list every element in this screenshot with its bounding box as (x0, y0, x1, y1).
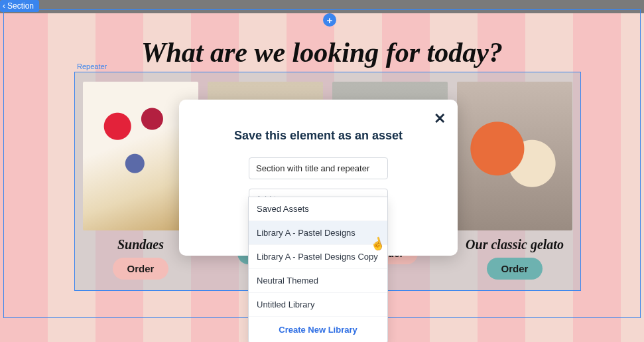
asset-name-input[interactable] (249, 157, 388, 179)
chevron-left-icon: ‹ (3, 1, 5, 11)
section-tab[interactable]: ‹ Section (0, 0, 39, 12)
plus-icon: + (327, 15, 333, 26)
dropdown-option[interactable]: Library A - Pastel Designs (249, 221, 387, 245)
repeater-item[interactable]: Our classic gelato Order (457, 82, 572, 281)
dropdown-option[interactable]: Untitled Library (249, 293, 387, 317)
dropdown-option[interactable]: Saved Assets (249, 197, 387, 221)
product-title: Sundaes (117, 237, 164, 252)
add-section-button[interactable]: + (323, 13, 336, 27)
create-new-library-button[interactable]: Create New Library (249, 317, 387, 342)
library-dropdown: Saved Assets Library A - Pastel Designs … (248, 197, 388, 342)
product-image (457, 82, 572, 230)
product-title: Our classic gelato (466, 237, 564, 252)
order-button[interactable]: Order (487, 258, 543, 280)
section-tab-label: Section (7, 1, 34, 11)
dropdown-option[interactable]: Neutral Themed (249, 269, 387, 293)
repeater-label: Repeater (77, 62, 107, 70)
close-icon[interactable]: ✕ (434, 110, 446, 128)
modal-title: Save this element as an asset (195, 129, 442, 143)
order-button[interactable]: Order (113, 258, 169, 280)
dropdown-option[interactable]: Library A - Pastel Designs Copy (249, 245, 387, 269)
